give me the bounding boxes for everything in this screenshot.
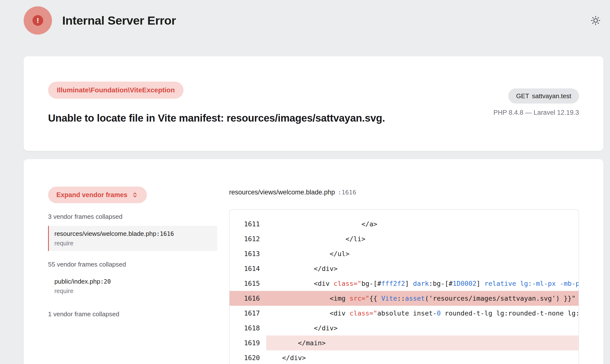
frame-item-welcome-blade[interactable]: resources/views/welcome.blade.php:1616 r… bbox=[48, 226, 217, 251]
exception-summary-left: Illuminate\Foundation\ViteException Unab… bbox=[48, 82, 385, 151]
line-source: <div class="bg-[#fff2f2] dark:bg-[#1D000… bbox=[266, 276, 579, 291]
code-line-ref: :1616 bbox=[338, 189, 356, 196]
exception-class-badge: Illuminate\Foundation\ViteException bbox=[48, 82, 183, 99]
code-file-header: resources/views/welcome.blade.php :1616 bbox=[229, 189, 579, 196]
frame-path: public/index.php:20 bbox=[55, 278, 212, 285]
code-line-1611: 1611 </a> bbox=[230, 217, 579, 232]
line-number: 1613 bbox=[230, 250, 260, 258]
stack-frames-panel: Expand vendor frames 3 vendor frames col… bbox=[48, 187, 217, 364]
line-source: </a> bbox=[266, 217, 579, 232]
code-line-1614: 1614 </div> bbox=[230, 261, 579, 276]
code-lines: 1611 </a>1612 </li>1613 </ul>1614 </div>… bbox=[230, 217, 579, 364]
code-line-1615: 1615 <div class="bg-[#fff2f2] dark:bg-[#… bbox=[230, 276, 579, 291]
code-file-path: resources/views/welcome.blade.php bbox=[229, 189, 335, 196]
collapsed-frames-note: 3 vendor frames collapsed bbox=[48, 213, 217, 221]
code-line-1620: 1620 </div> bbox=[230, 350, 579, 364]
line-number: 1618 bbox=[230, 324, 260, 332]
code-line-1618: 1618 </div> bbox=[230, 321, 579, 336]
request-host: sattvayan.test bbox=[532, 92, 571, 100]
code-line-1619: 1619 </main> bbox=[230, 336, 579, 350]
sun-icon bbox=[590, 15, 601, 26]
collapsed-frames-note: 1 vendor frame collapsed bbox=[48, 310, 217, 318]
line-number: 1617 bbox=[230, 309, 260, 317]
exception-summary-right: GET sattvayan.test PHP 8.4.8 — Laravel 1… bbox=[493, 82, 579, 151]
line-number: 1615 bbox=[230, 280, 260, 287]
line-number: 1620 bbox=[230, 354, 260, 362]
frame-function: require bbox=[55, 287, 212, 295]
expand-vendor-frames-label: Expand vendor frames bbox=[56, 191, 127, 199]
line-source: </li> bbox=[266, 232, 579, 246]
frame-file: resources/views/welcome.blade.php bbox=[55, 230, 156, 237]
line-source: <img src="{{ Vite::asset('resources/imag… bbox=[266, 291, 579, 306]
line-source: <div class="absolute inset-0 rounded-t-l… bbox=[266, 306, 579, 321]
code-line-1617: 1617 <div class="absolute inset-0 rounde… bbox=[230, 306, 579, 321]
line-source: </div> bbox=[266, 350, 579, 364]
frame-file: public/index.php bbox=[55, 278, 100, 285]
chevrons-up-down-icon bbox=[131, 191, 139, 199]
line-number: 1619 bbox=[230, 339, 260, 347]
expand-vendor-frames-button[interactable]: Expand vendor frames bbox=[48, 187, 147, 203]
theme-toggle-button[interactable] bbox=[590, 15, 601, 26]
line-source: </main> bbox=[266, 336, 579, 350]
stack-trace-card: Expand vendor frames 3 vendor frames col… bbox=[24, 159, 603, 364]
request-pill: GET sattvayan.test bbox=[508, 89, 579, 104]
page-header: ! Internal Server Error bbox=[24, 6, 603, 35]
code-line-1616: 1616 <img src="{{ Vite::asset('resources… bbox=[230, 291, 579, 306]
frame-path: resources/views/welcome.blade.php:1616 bbox=[55, 230, 212, 237]
request-method: GET bbox=[516, 92, 529, 100]
frame-line-number: :1616 bbox=[156, 231, 174, 237]
line-source: </div> bbox=[266, 261, 579, 276]
collapsed-frames-note: 55 vendor frames collapsed bbox=[48, 261, 217, 268]
error-status-icon: ! bbox=[24, 6, 52, 35]
code-panel: resources/views/welcome.blade.php :1616 … bbox=[229, 187, 579, 364]
exception-message: Unable to locate file in Vite manifest: … bbox=[48, 112, 385, 124]
exclamation-icon: ! bbox=[32, 15, 43, 26]
frame-function: require bbox=[55, 240, 212, 247]
line-number: 1616 bbox=[230, 295, 260, 302]
code-viewer[interactable]: 1611 </a>1612 </li>1613 </ul>1614 </div>… bbox=[229, 209, 579, 364]
frame-item-index-php[interactable]: public/index.php:20 require bbox=[48, 273, 217, 299]
code-line-1613: 1613 </ul> bbox=[230, 246, 579, 261]
line-number: 1614 bbox=[230, 265, 260, 273]
line-source: </div> bbox=[266, 321, 579, 336]
code-line-1612: 1612 </li> bbox=[230, 232, 579, 246]
error-page: ! Internal Server Error Illuminate\Found… bbox=[0, 0, 603, 364]
exception-summary-card: Illuminate\Foundation\ViteException Unab… bbox=[24, 56, 603, 151]
line-number: 1611 bbox=[230, 220, 260, 228]
frame-line-number: :20 bbox=[100, 278, 111, 285]
line-number: 1612 bbox=[230, 235, 260, 243]
page-title: Internal Server Error bbox=[62, 14, 176, 27]
line-source: </ul> bbox=[266, 246, 579, 261]
versions-text: PHP 8.4.8 — Laravel 12.19.3 bbox=[493, 109, 579, 117]
